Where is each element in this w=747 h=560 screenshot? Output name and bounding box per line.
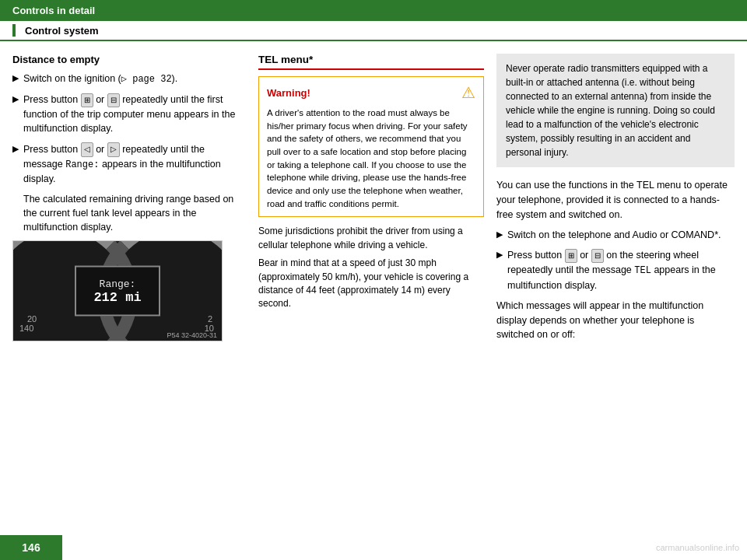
right-bullet-1: ▶ Switch on the telephone and Audio or C… bbox=[496, 228, 735, 242]
right-bullet-2: ▶ Press button ⊞ or ⊟ on the steering wh… bbox=[496, 248, 735, 292]
dashboard-inner: Range: 212 mi 20 140 2 10 P54 32-4020-31 bbox=[13, 241, 222, 341]
range-code: Range: bbox=[65, 159, 99, 170]
bullet-item-1: ▶ Switch on the ignition (▷ page 32). bbox=[12, 72, 246, 86]
mid-column: TEL menu* Warning! ⚠ A driver's attentio… bbox=[258, 54, 484, 542]
dash-screen: Range: 212 mi bbox=[75, 266, 160, 317]
left-section-title: Distance to empty bbox=[12, 54, 246, 65]
bullet-text-1: Switch on the ignition (▷ page 32). bbox=[23, 72, 177, 86]
right-btn-icon-a: ⊞ bbox=[565, 249, 577, 264]
bullet-arrow-2: ▶ bbox=[12, 93, 19, 106]
tel-section-header: TEL menu* bbox=[258, 54, 484, 70]
content-area: Distance to empty ▶ Switch on the igniti… bbox=[0, 41, 747, 555]
bullet-text-3: Press button ◁ or ▷ repeatedly until the… bbox=[23, 142, 246, 186]
right-bullet-arrow-1: ▶ bbox=[496, 229, 503, 241]
btn-icon-3a: ◁ bbox=[81, 142, 93, 157]
page-number: 146 bbox=[0, 535, 62, 560]
tel-body-2: Bear in mind that at a speed of just 30 … bbox=[258, 257, 484, 311]
header-title: Controls in detail bbox=[12, 5, 95, 16]
notice-box: Never operate radio transmitters equippe… bbox=[496, 54, 735, 167]
right-bullet-text-1: Switch on the telephone and Audio or COM… bbox=[507, 228, 721, 242]
bullet-item-2: ▶ Press button ⊞ or ⊟ repeatedly until t… bbox=[12, 93, 246, 135]
right-body-4: Which messages will appear in the multif… bbox=[496, 299, 735, 342]
right-bullet-text-2: Press button ⊞ or ⊟ on the steering whee… bbox=[507, 248, 735, 292]
warning-icon: ⚠ bbox=[461, 83, 475, 102]
right-btn-icon-b: ⊟ bbox=[591, 249, 604, 264]
right-column: Never operate radio transmitters equippe… bbox=[496, 54, 735, 542]
page-ref-1: ▷ page 32 bbox=[121, 74, 172, 85]
range-value: 212 mi bbox=[93, 289, 141, 304]
btn-icon-2a: ⊞ bbox=[81, 93, 93, 108]
tick-140: 140 bbox=[19, 324, 33, 333]
left-column: Distance to empty ▶ Switch on the igniti… bbox=[12, 54, 246, 542]
tick-20: 20 bbox=[27, 314, 37, 324]
tick-2r: 2 bbox=[208, 314, 212, 324]
bullet-arrow-3: ▶ bbox=[12, 143, 19, 156]
btn-icon-3b: ▷ bbox=[107, 142, 120, 157]
right-bullet-arrow-2: ▶ bbox=[496, 249, 503, 261]
dashboard-image: Range: 212 mi 20 140 2 10 P54 32-4020-31 bbox=[12, 240, 223, 341]
dash-caption: P54 32-4020-31 bbox=[167, 331, 217, 339]
right-body-1: You can use the functions in the TEL men… bbox=[496, 178, 735, 222]
bullet-arrow-1: ▶ bbox=[12, 72, 19, 85]
tel-code: TEL bbox=[634, 265, 651, 276]
watermark: carmanualsonline.info bbox=[656, 543, 739, 552]
subheader-subtitle: Control system bbox=[25, 25, 99, 37]
bullet-text-2: Press button ⊞ or ⊟ repeatedly until the… bbox=[23, 93, 246, 135]
range-label: Range: bbox=[100, 278, 136, 289]
warning-label: Warning! bbox=[267, 87, 310, 99]
bullet-item-3: ▶ Press button ◁ or ▷ repeatedly until t… bbox=[12, 142, 246, 186]
subheader-bar: Control system bbox=[0, 21, 747, 41]
warning-text: A driver's attention to the road must al… bbox=[267, 107, 475, 210]
warning-box: Warning! ⚠ A driver's attention to the r… bbox=[258, 76, 484, 217]
tel-body-1: Some jurisdictions prohibit the driver f… bbox=[258, 225, 484, 252]
left-paragraph: The calculated remaining driving range b… bbox=[23, 192, 246, 234]
header-bar: Controls in detail bbox=[0, 0, 747, 21]
btn-icon-2b: ⊟ bbox=[107, 93, 120, 108]
warning-header: Warning! ⚠ bbox=[267, 83, 475, 102]
